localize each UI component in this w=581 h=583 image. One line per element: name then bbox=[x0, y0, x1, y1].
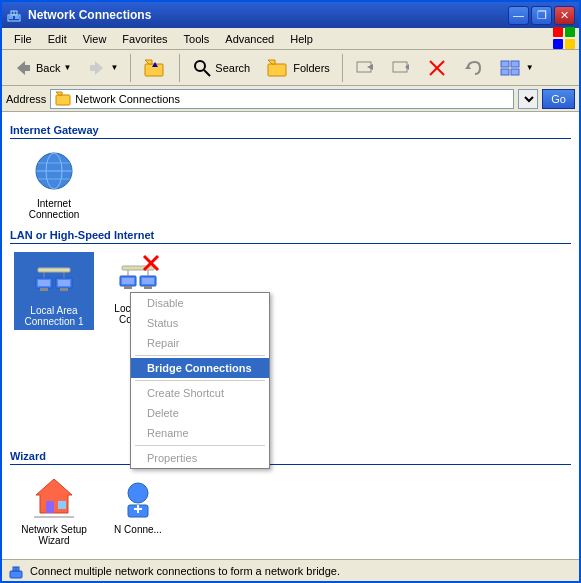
menu-tools[interactable]: Tools bbox=[176, 31, 218, 47]
title-buttons: — ❐ ✕ bbox=[508, 6, 575, 25]
svg-rect-29 bbox=[501, 69, 509, 75]
move-to-button[interactable] bbox=[348, 54, 382, 82]
folder-up-button[interactable] bbox=[136, 54, 174, 82]
undo-button[interactable] bbox=[456, 54, 490, 82]
ctx-disable[interactable]: Disable bbox=[131, 293, 269, 313]
status-icon bbox=[8, 563, 24, 579]
forward-button[interactable]: ▼ bbox=[80, 54, 125, 82]
menu-file[interactable]: File bbox=[6, 31, 40, 47]
search-icon bbox=[192, 58, 212, 78]
title-icon bbox=[6, 7, 22, 23]
ctx-sep-1 bbox=[135, 355, 265, 356]
windows-logo bbox=[553, 27, 575, 51]
internet-connection-label: Internet Connection bbox=[14, 197, 94, 221]
section-header-lan: LAN or High-Speed Internet bbox=[10, 229, 571, 244]
ctx-rename[interactable]: Rename bbox=[131, 423, 269, 443]
svg-rect-10 bbox=[25, 65, 30, 71]
delete-button[interactable] bbox=[420, 54, 454, 82]
local-area-connection-1-label: Local Area Connection 1 bbox=[16, 304, 92, 328]
view-button[interactable]: ▼ bbox=[492, 54, 541, 82]
lan-icons: Local Area Connection 1 bbox=[10, 252, 571, 330]
ctx-repair[interactable]: Repair bbox=[131, 333, 269, 353]
address-field[interactable]: Network Connections bbox=[50, 89, 514, 109]
ctx-properties[interactable]: Properties bbox=[131, 448, 269, 468]
back-icon bbox=[13, 58, 33, 78]
svg-marker-11 bbox=[95, 61, 103, 75]
minimize-button[interactable]: — bbox=[508, 6, 529, 25]
internet-connection-icon[interactable]: Internet Connection bbox=[14, 147, 94, 221]
network-setup-wizard-image bbox=[30, 473, 78, 521]
forward-icon bbox=[87, 58, 107, 78]
local-area-connection-1-image bbox=[30, 254, 78, 302]
network-setup-wizard-icon[interactable]: Network Setup Wizard bbox=[14, 473, 94, 547]
svg-rect-3 bbox=[9, 16, 13, 19]
svg-rect-28 bbox=[511, 61, 519, 67]
internet-gateway-icons: Internet Connection bbox=[10, 147, 571, 221]
svg-rect-59 bbox=[46, 501, 54, 513]
new-connection-wizard-label: N Conne... bbox=[98, 523, 178, 536]
copy-to-button[interactable] bbox=[384, 54, 418, 82]
view-icon bbox=[499, 58, 523, 78]
svg-rect-39 bbox=[38, 280, 50, 286]
restore-button[interactable]: ❐ bbox=[531, 6, 552, 25]
status-bar: Connect multiple network connections to … bbox=[2, 559, 579, 581]
internet-connection-image bbox=[30, 147, 78, 195]
svg-rect-7 bbox=[553, 39, 563, 49]
ctx-sep-2 bbox=[135, 380, 265, 381]
toolbar-sep-1 bbox=[130, 54, 131, 82]
menu-view[interactable]: View bbox=[75, 31, 115, 47]
address-dropdown[interactable]: ▼ bbox=[518, 89, 538, 109]
ctx-status[interactable]: Status bbox=[131, 313, 269, 333]
svg-marker-26 bbox=[465, 65, 471, 69]
svg-rect-4 bbox=[15, 16, 19, 19]
new-connection-wizard-image bbox=[114, 473, 162, 521]
address-icon bbox=[55, 91, 71, 107]
undo-icon bbox=[463, 58, 483, 78]
window: Network Connections — ❐ ✕ File Edit View… bbox=[0, 0, 581, 583]
svg-rect-31 bbox=[56, 95, 70, 105]
close-button[interactable]: ✕ bbox=[554, 6, 575, 25]
menu-help[interactable]: Help bbox=[282, 31, 321, 47]
search-button[interactable]: Search bbox=[185, 54, 257, 82]
svg-rect-22 bbox=[393, 62, 407, 72]
back-button[interactable]: Back ▼ bbox=[6, 54, 78, 82]
svg-rect-8 bbox=[565, 39, 575, 49]
svg-point-16 bbox=[195, 61, 205, 71]
go-button[interactable]: Go bbox=[542, 89, 575, 109]
menu-favorites[interactable]: Favorites bbox=[114, 31, 175, 47]
new-connection-wizard-icon[interactable]: N Conne... bbox=[98, 473, 178, 547]
ctx-delete[interactable]: Delete bbox=[131, 403, 269, 423]
svg-marker-19 bbox=[268, 60, 275, 64]
svg-rect-66 bbox=[10, 571, 22, 578]
svg-rect-42 bbox=[58, 280, 70, 286]
main-content: Internet Gateway Internet Connection LAN… bbox=[2, 112, 579, 559]
folders-button[interactable]: Folders bbox=[259, 54, 337, 82]
svg-marker-14 bbox=[145, 60, 152, 64]
toolbar: Back ▼ ▼ Search bbox=[2, 50, 579, 86]
local-area-connection-1-icon[interactable]: Local Area Connection 1 bbox=[14, 252, 94, 330]
wizard-icon bbox=[30, 473, 78, 521]
status-message: Connect multiple network connections to … bbox=[30, 565, 340, 577]
delete-icon bbox=[427, 58, 447, 78]
window-title: Network Connections bbox=[28, 8, 151, 22]
menu-edit[interactable]: Edit bbox=[40, 31, 75, 47]
title-bar: Network Connections — ❐ ✕ bbox=[2, 2, 579, 28]
section-header-internet-gateway: Internet Gateway bbox=[10, 124, 571, 139]
svg-rect-48 bbox=[122, 278, 134, 284]
svg-rect-40 bbox=[40, 288, 48, 291]
svg-rect-5 bbox=[553, 27, 563, 37]
svg-marker-21 bbox=[367, 64, 373, 70]
network-setup-wizard-label: Network Setup Wizard bbox=[14, 523, 94, 547]
svg-line-17 bbox=[204, 70, 210, 76]
ctx-bridge-connections[interactable]: Bridge Connections bbox=[131, 358, 269, 378]
svg-rect-43 bbox=[60, 288, 68, 291]
svg-point-62 bbox=[128, 483, 148, 503]
network-icon-1 bbox=[30, 254, 78, 302]
ctx-create-shortcut[interactable]: Create Shortcut bbox=[131, 383, 269, 403]
move-to-icon bbox=[355, 58, 375, 78]
address-value: Network Connections bbox=[75, 93, 180, 105]
menu-advanced[interactable]: Advanced bbox=[217, 31, 282, 47]
wizard-icons: Network Setup Wizard N Conne... bbox=[10, 473, 571, 547]
toolbar-sep-2 bbox=[179, 54, 180, 82]
section-header-wizard: Wizard bbox=[10, 450, 571, 465]
